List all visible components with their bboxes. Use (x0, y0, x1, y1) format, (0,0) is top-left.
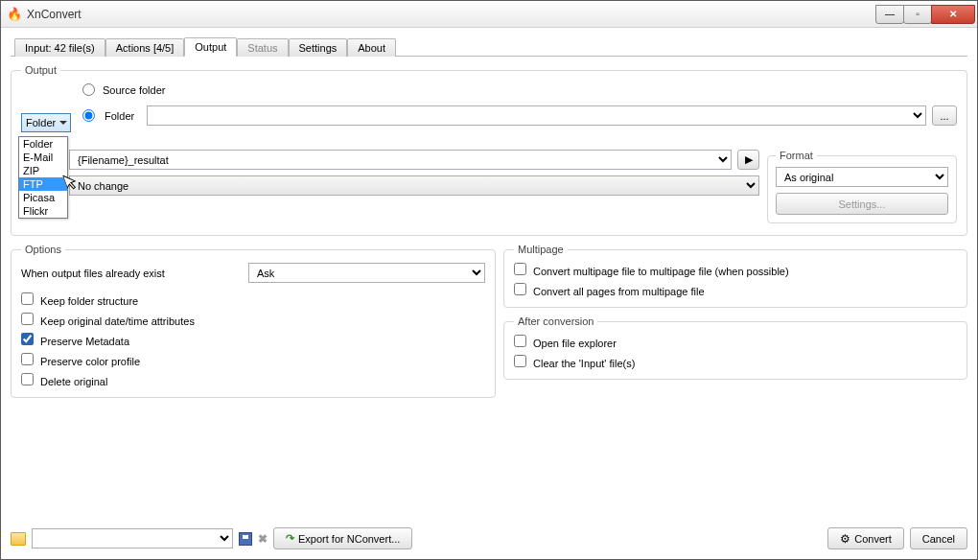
destination-dropdown[interactable]: Folder E-Mail ZIP FTP Picasa Flickr (18, 136, 68, 219)
exists-select[interactable]: Ask (248, 263, 485, 283)
filename-insert-button[interactable]: ▶ (737, 150, 759, 170)
maximize-button[interactable]: ▫ (903, 5, 932, 24)
format-settings-button[interactable]: Settings... (776, 193, 948, 215)
after-legend: After conversion (514, 315, 597, 327)
dest-option-email[interactable]: E-Mail (19, 151, 67, 164)
window-controls: — ▫ ✕ (875, 5, 977, 24)
folder-path-select[interactable] (147, 105, 926, 126)
clear-input-checkbox[interactable]: Clear the 'Input' file(s) (514, 355, 635, 369)
delete-original-checkbox[interactable]: Delete original (21, 373, 107, 387)
source-folder-label: Source folder (103, 84, 165, 96)
export-icon: ↷ (286, 532, 294, 545)
open-explorer-checkbox[interactable]: Open file explorer (514, 335, 617, 349)
multipage-legend: Multipage (514, 244, 568, 255)
options-fieldset: Options When output files already exist … (11, 244, 496, 398)
open-preset-icon[interactable] (11, 532, 26, 546)
tab-output[interactable]: Output (184, 37, 237, 57)
dest-option-zip[interactable]: ZIP (19, 164, 67, 177)
output-fieldset: Output Folder Source folder (11, 64, 967, 236)
destination-select-label: Folder (26, 117, 56, 128)
app-title: XnConvert (27, 8, 875, 21)
tab-about[interactable]: About (347, 38, 396, 57)
export-nconvert-button[interactable]: ↷ Export for NConvert... (273, 527, 412, 549)
keep-date-checkbox[interactable]: Keep original date/time attributes (21, 313, 195, 327)
dest-option-folder[interactable]: Folder (19, 137, 67, 151)
gear-icon: ⚙ (840, 532, 850, 546)
chevron-down-icon (59, 121, 67, 125)
close-button[interactable]: ✕ (931, 5, 975, 24)
case-select[interactable]: No change (69, 175, 759, 196)
multipage-fieldset: Multipage Convert multipage file to mult… (503, 244, 967, 308)
destination-select[interactable]: Folder (21, 113, 71, 132)
tab-actions[interactable]: Actions [4/5] (105, 38, 185, 57)
format-fieldset: Format As original Settings... (767, 150, 957, 223)
app-icon: 🔥 (7, 7, 22, 22)
browse-folder-button[interactable]: ... (932, 105, 957, 126)
titlebar: 🔥 XnConvert — ▫ ✕ (1, 1, 977, 28)
folder-radio[interactable] (82, 109, 95, 122)
filename-select[interactable]: {Filename}_resultat (69, 150, 732, 170)
bottom-toolbar: ✖ ↷ Export for NConvert... ⚙ Convert Can… (11, 527, 967, 549)
convert-button[interactable]: ⚙ Convert (827, 527, 904, 549)
delete-preset-icon[interactable]: ✖ (258, 532, 268, 546)
dest-option-flickr[interactable]: Flickr (19, 204, 67, 218)
tab-status: Status (237, 38, 288, 57)
save-preset-icon[interactable] (239, 532, 252, 546)
preset-select[interactable] (32, 528, 233, 548)
tab-input[interactable]: Input: 42 file(s) (14, 38, 105, 57)
dest-option-picasa[interactable]: Picasa (19, 191, 67, 204)
output-legend: Output (21, 64, 60, 76)
source-folder-radio[interactable] (82, 83, 95, 96)
dest-option-ftp[interactable]: FTP (19, 177, 67, 191)
convert-all-pages-checkbox[interactable]: Convert all pages from multipage file (514, 283, 705, 297)
options-legend: Options (21, 244, 65, 255)
convert-multipage-checkbox[interactable]: Convert multipage file to multipage file… (514, 263, 789, 277)
after-conversion-fieldset: After conversion Open file explorer Clea… (503, 315, 967, 380)
exists-label: When output files already exist (21, 268, 237, 279)
format-select[interactable]: As original (776, 167, 948, 187)
preserve-color-checkbox[interactable]: Preserve color profile (21, 353, 140, 367)
content-area: Input: 42 file(s) Actions [4/5] Output S… (1, 28, 977, 559)
format-legend: Format (776, 150, 817, 161)
folder-radio-label: Folder (105, 110, 141, 122)
tab-bar: Input: 42 file(s) Actions [4/5] Output S… (11, 35, 967, 57)
app-window: 🔥 XnConvert — ▫ ✕ Input: 42 file(s) Acti… (0, 0, 978, 560)
keep-folder-checkbox[interactable]: Keep folder structure (21, 292, 138, 307)
cancel-button[interactable]: Cancel (910, 527, 967, 549)
tab-settings[interactable]: Settings (289, 38, 348, 57)
minimize-button[interactable]: — (875, 5, 904, 24)
preserve-meta-checkbox[interactable]: Preserve Metadata (21, 333, 129, 347)
